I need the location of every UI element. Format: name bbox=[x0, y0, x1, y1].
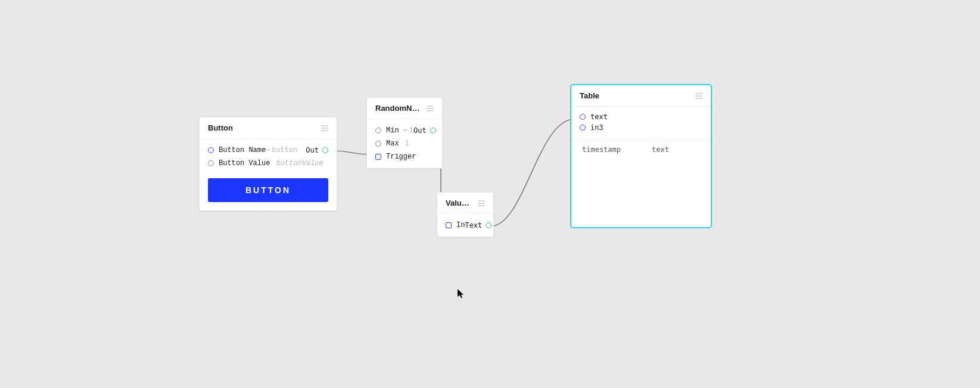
cursor-icon bbox=[458, 289, 465, 299]
port-label: Button Value bbox=[219, 159, 270, 167]
port-label: Button Name bbox=[219, 146, 266, 154]
trigger-port-icon[interactable] bbox=[375, 154, 381, 160]
input-port-icon[interactable] bbox=[375, 141, 381, 147]
row-button-value[interactable]: Button Value buttonValue bbox=[200, 157, 337, 170]
menu-icon[interactable] bbox=[321, 125, 328, 131]
node-title: Value… bbox=[446, 198, 473, 207]
port-value: button bbox=[272, 146, 297, 154]
node-header[interactable]: RandomNum… bbox=[367, 98, 442, 119]
port-label: Trigger bbox=[386, 153, 416, 161]
node-title: RandomNum… bbox=[375, 104, 422, 113]
menu-icon[interactable] bbox=[478, 200, 485, 206]
input-port-icon[interactable] bbox=[208, 147, 214, 153]
output-port-icon[interactable] bbox=[430, 128, 436, 134]
node-header[interactable]: Button bbox=[200, 117, 337, 139]
node-value[interactable]: Value… In Text bbox=[437, 192, 494, 237]
input-port-icon[interactable] bbox=[375, 128, 381, 134]
node-canvas[interactable]: Button Button Name button Out Button Val… bbox=[0, 0, 980, 388]
port-value: 1 bbox=[405, 139, 409, 148]
node-random[interactable]: RandomNum… Min -1 Out Max 1 Trigger bbox=[366, 97, 443, 169]
input-port-icon[interactable] bbox=[208, 160, 214, 166]
node-table[interactable]: Table text in3 timestamp text bbox=[571, 85, 711, 228]
row-button-name[interactable]: Button Name button Out bbox=[200, 144, 337, 157]
input-port-icon[interactable] bbox=[446, 222, 452, 228]
out-label: Out bbox=[413, 126, 427, 135]
port-label: text bbox=[590, 113, 608, 121]
node-title: Button bbox=[208, 123, 233, 132]
node-header[interactable]: Table bbox=[571, 85, 711, 107]
menu-icon[interactable] bbox=[695, 93, 702, 99]
port-label: Min bbox=[386, 126, 399, 135]
out-label: Out bbox=[306, 146, 319, 154]
node-button[interactable]: Button Button Name button Out Button Val… bbox=[199, 117, 337, 211]
row-max[interactable]: Max 1 bbox=[367, 137, 442, 150]
button-trigger[interactable]: BUTTON bbox=[208, 178, 328, 202]
table-header-timestamp: timestamp bbox=[571, 139, 641, 160]
output-port-icon[interactable] bbox=[322, 147, 328, 153]
table-header-text: text bbox=[641, 139, 711, 160]
table-input-in3[interactable]: in3 bbox=[580, 122, 702, 133]
row-trigger[interactable]: Trigger bbox=[367, 150, 442, 163]
input-port-icon[interactable] bbox=[580, 114, 586, 120]
port-label: in3 bbox=[590, 123, 603, 132]
row-in-text[interactable]: In Text bbox=[437, 219, 493, 232]
node-title: Table bbox=[580, 91, 599, 100]
menu-icon[interactable] bbox=[427, 105, 434, 111]
input-port-icon[interactable] bbox=[580, 125, 586, 131]
output-port-icon[interactable] bbox=[486, 222, 491, 228]
table-input-text[interactable]: text bbox=[580, 111, 702, 122]
node-header[interactable]: Value… bbox=[437, 193, 493, 214]
button-label: BUTTON bbox=[245, 185, 291, 195]
out-label: Text bbox=[465, 221, 482, 229]
table-grid: timestamp text bbox=[571, 139, 711, 160]
port-value: buttonValue bbox=[276, 159, 323, 167]
port-value: -1 bbox=[405, 126, 413, 135]
port-label: Max bbox=[386, 139, 399, 148]
row-min[interactable]: Min -1 Out bbox=[367, 124, 442, 137]
